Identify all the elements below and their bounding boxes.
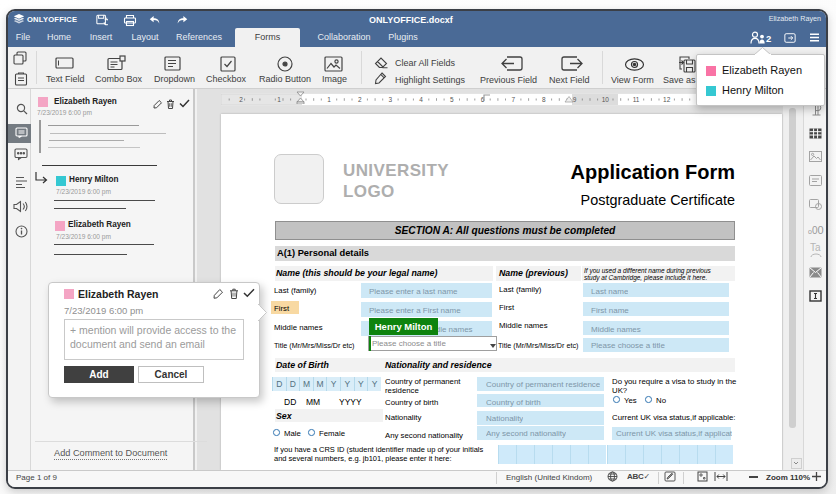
svg-text:5: 5 [450, 96, 454, 103]
svg-text:4: 4 [419, 96, 423, 103]
svg-text:11: 11 [633, 96, 640, 103]
svg-text:10: 10 [602, 96, 610, 103]
svg-text:1: 1 [327, 96, 331, 103]
svg-text:12: 12 [663, 96, 671, 103]
svg-text:8: 8 [542, 96, 546, 103]
svg-text:1: 1 [277, 96, 281, 103]
svg-text:2: 2 [239, 96, 243, 103]
svg-text:7: 7 [511, 96, 515, 103]
svg-text:3: 3 [389, 96, 393, 103]
svg-text:2: 2 [358, 96, 362, 103]
